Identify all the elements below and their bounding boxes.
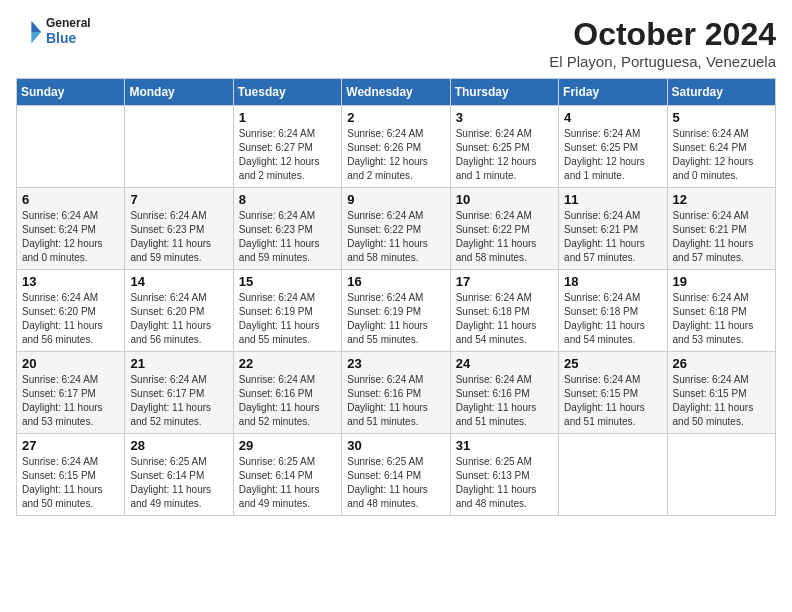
- calendar-cell: 5Sunrise: 6:24 AMSunset: 6:24 PMDaylight…: [667, 106, 775, 188]
- day-info: Sunrise: 6:25 AMSunset: 6:14 PMDaylight:…: [239, 455, 336, 511]
- day-info: Sunrise: 6:24 AMSunset: 6:15 PMDaylight:…: [673, 373, 770, 429]
- calendar-cell: 28Sunrise: 6:25 AMSunset: 6:14 PMDayligh…: [125, 434, 233, 516]
- day-info: Sunrise: 6:24 AMSunset: 6:20 PMDaylight:…: [22, 291, 119, 347]
- day-number: 28: [130, 438, 227, 453]
- logo-icon: [16, 18, 44, 46]
- day-info: Sunrise: 6:25 AMSunset: 6:13 PMDaylight:…: [456, 455, 553, 511]
- calendar-cell: 13Sunrise: 6:24 AMSunset: 6:20 PMDayligh…: [17, 270, 125, 352]
- header-cell-sunday: Sunday: [17, 79, 125, 106]
- logo: General Blue: [16, 16, 91, 47]
- calendar-cell: 24Sunrise: 6:24 AMSunset: 6:16 PMDayligh…: [450, 352, 558, 434]
- day-number: 8: [239, 192, 336, 207]
- day-number: 16: [347, 274, 444, 289]
- day-info: Sunrise: 6:24 AMSunset: 6:18 PMDaylight:…: [673, 291, 770, 347]
- svg-marker-1: [31, 32, 41, 43]
- day-info: Sunrise: 6:24 AMSunset: 6:21 PMDaylight:…: [673, 209, 770, 265]
- calendar-week-row: 6Sunrise: 6:24 AMSunset: 6:24 PMDaylight…: [17, 188, 776, 270]
- day-info: Sunrise: 6:24 AMSunset: 6:15 PMDaylight:…: [564, 373, 661, 429]
- calendar-cell: 12Sunrise: 6:24 AMSunset: 6:21 PMDayligh…: [667, 188, 775, 270]
- calendar-cell: 11Sunrise: 6:24 AMSunset: 6:21 PMDayligh…: [559, 188, 667, 270]
- header-cell-saturday: Saturday: [667, 79, 775, 106]
- day-number: 14: [130, 274, 227, 289]
- day-info: Sunrise: 6:24 AMSunset: 6:25 PMDaylight:…: [564, 127, 661, 183]
- calendar-subtitle: El Playon, Portuguesa, Venezuela: [549, 53, 776, 70]
- calendar-cell: 31Sunrise: 6:25 AMSunset: 6:13 PMDayligh…: [450, 434, 558, 516]
- calendar-cell: 17Sunrise: 6:24 AMSunset: 6:18 PMDayligh…: [450, 270, 558, 352]
- svg-marker-0: [31, 20, 41, 31]
- calendar-cell: 22Sunrise: 6:24 AMSunset: 6:16 PMDayligh…: [233, 352, 341, 434]
- calendar-week-row: 1Sunrise: 6:24 AMSunset: 6:27 PMDaylight…: [17, 106, 776, 188]
- day-number: 11: [564, 192, 661, 207]
- calendar-cell: 20Sunrise: 6:24 AMSunset: 6:17 PMDayligh…: [17, 352, 125, 434]
- day-number: 7: [130, 192, 227, 207]
- header-cell-wednesday: Wednesday: [342, 79, 450, 106]
- day-info: Sunrise: 6:24 AMSunset: 6:27 PMDaylight:…: [239, 127, 336, 183]
- calendar-week-row: 27Sunrise: 6:24 AMSunset: 6:15 PMDayligh…: [17, 434, 776, 516]
- calendar-header-row: SundayMondayTuesdayWednesdayThursdayFrid…: [17, 79, 776, 106]
- day-number: 25: [564, 356, 661, 371]
- day-info: Sunrise: 6:24 AMSunset: 6:19 PMDaylight:…: [239, 291, 336, 347]
- day-number: 23: [347, 356, 444, 371]
- calendar-cell: 1Sunrise: 6:24 AMSunset: 6:27 PMDaylight…: [233, 106, 341, 188]
- header-cell-monday: Monday: [125, 79, 233, 106]
- day-info: Sunrise: 6:24 AMSunset: 6:19 PMDaylight:…: [347, 291, 444, 347]
- calendar-cell: 10Sunrise: 6:24 AMSunset: 6:22 PMDayligh…: [450, 188, 558, 270]
- day-info: Sunrise: 6:24 AMSunset: 6:17 PMDaylight:…: [22, 373, 119, 429]
- day-number: 19: [673, 274, 770, 289]
- day-number: 17: [456, 274, 553, 289]
- day-info: Sunrise: 6:24 AMSunset: 6:21 PMDaylight:…: [564, 209, 661, 265]
- day-info: Sunrise: 6:24 AMSunset: 6:25 PMDaylight:…: [456, 127, 553, 183]
- header-cell-thursday: Thursday: [450, 79, 558, 106]
- day-number: 2: [347, 110, 444, 125]
- day-number: 20: [22, 356, 119, 371]
- calendar-cell: 19Sunrise: 6:24 AMSunset: 6:18 PMDayligh…: [667, 270, 775, 352]
- calendar-cell: 15Sunrise: 6:24 AMSunset: 6:19 PMDayligh…: [233, 270, 341, 352]
- calendar-cell: 18Sunrise: 6:24 AMSunset: 6:18 PMDayligh…: [559, 270, 667, 352]
- day-info: Sunrise: 6:24 AMSunset: 6:24 PMDaylight:…: [22, 209, 119, 265]
- calendar-cell: 25Sunrise: 6:24 AMSunset: 6:15 PMDayligh…: [559, 352, 667, 434]
- day-number: 30: [347, 438, 444, 453]
- day-number: 27: [22, 438, 119, 453]
- calendar-cell: [125, 106, 233, 188]
- calendar-table: SundayMondayTuesdayWednesdayThursdayFrid…: [16, 78, 776, 516]
- day-number: 1: [239, 110, 336, 125]
- day-number: 21: [130, 356, 227, 371]
- day-info: Sunrise: 6:24 AMSunset: 6:24 PMDaylight:…: [673, 127, 770, 183]
- page-header: General Blue October 2024 El Playon, Por…: [16, 16, 776, 70]
- title-block: October 2024 El Playon, Portuguesa, Vene…: [549, 16, 776, 70]
- day-number: 15: [239, 274, 336, 289]
- calendar-title: October 2024: [549, 16, 776, 53]
- day-number: 26: [673, 356, 770, 371]
- calendar-week-row: 13Sunrise: 6:24 AMSunset: 6:20 PMDayligh…: [17, 270, 776, 352]
- day-info: Sunrise: 6:24 AMSunset: 6:18 PMDaylight:…: [564, 291, 661, 347]
- day-info: Sunrise: 6:24 AMSunset: 6:23 PMDaylight:…: [130, 209, 227, 265]
- day-info: Sunrise: 6:24 AMSunset: 6:16 PMDaylight:…: [456, 373, 553, 429]
- calendar-cell: [17, 106, 125, 188]
- day-number: 24: [456, 356, 553, 371]
- day-number: 5: [673, 110, 770, 125]
- day-info: Sunrise: 6:24 AMSunset: 6:20 PMDaylight:…: [130, 291, 227, 347]
- day-info: Sunrise: 6:24 AMSunset: 6:16 PMDaylight:…: [347, 373, 444, 429]
- header-cell-tuesday: Tuesday: [233, 79, 341, 106]
- day-info: Sunrise: 6:25 AMSunset: 6:14 PMDaylight:…: [347, 455, 444, 511]
- calendar-cell: [559, 434, 667, 516]
- calendar-cell: 4Sunrise: 6:24 AMSunset: 6:25 PMDaylight…: [559, 106, 667, 188]
- day-info: Sunrise: 6:24 AMSunset: 6:18 PMDaylight:…: [456, 291, 553, 347]
- day-info: Sunrise: 6:24 AMSunset: 6:23 PMDaylight:…: [239, 209, 336, 265]
- day-number: 31: [456, 438, 553, 453]
- calendar-cell: 14Sunrise: 6:24 AMSunset: 6:20 PMDayligh…: [125, 270, 233, 352]
- day-info: Sunrise: 6:24 AMSunset: 6:17 PMDaylight:…: [130, 373, 227, 429]
- calendar-cell: 27Sunrise: 6:24 AMSunset: 6:15 PMDayligh…: [17, 434, 125, 516]
- calendar-cell: 6Sunrise: 6:24 AMSunset: 6:24 PMDaylight…: [17, 188, 125, 270]
- header-cell-friday: Friday: [559, 79, 667, 106]
- day-number: 22: [239, 356, 336, 371]
- day-number: 4: [564, 110, 661, 125]
- calendar-week-row: 20Sunrise: 6:24 AMSunset: 6:17 PMDayligh…: [17, 352, 776, 434]
- day-info: Sunrise: 6:24 AMSunset: 6:22 PMDaylight:…: [347, 209, 444, 265]
- day-number: 9: [347, 192, 444, 207]
- day-info: Sunrise: 6:24 AMSunset: 6:16 PMDaylight:…: [239, 373, 336, 429]
- calendar-cell: 3Sunrise: 6:24 AMSunset: 6:25 PMDaylight…: [450, 106, 558, 188]
- calendar-cell: 23Sunrise: 6:24 AMSunset: 6:16 PMDayligh…: [342, 352, 450, 434]
- calendar-cell: 9Sunrise: 6:24 AMSunset: 6:22 PMDaylight…: [342, 188, 450, 270]
- day-info: Sunrise: 6:25 AMSunset: 6:14 PMDaylight:…: [130, 455, 227, 511]
